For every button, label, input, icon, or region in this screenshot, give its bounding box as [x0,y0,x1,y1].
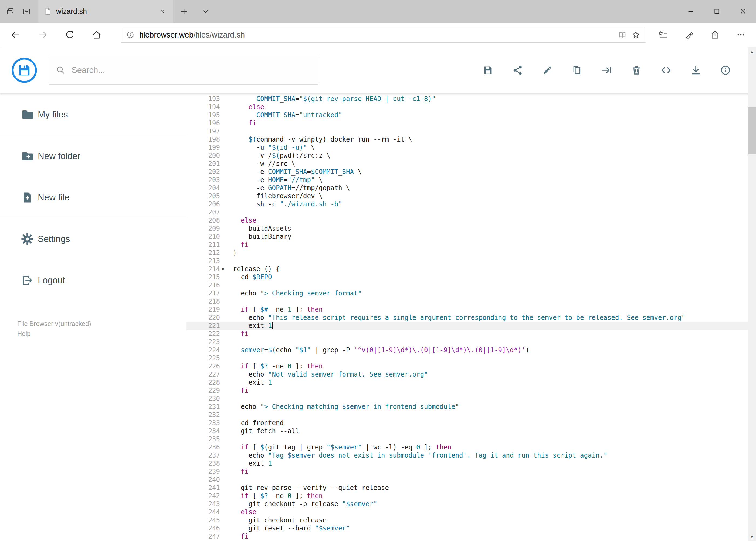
share-button[interactable] [512,65,523,76]
code-line-208[interactable]: 208 else [186,216,756,225]
line-number[interactable]: 237 [186,451,220,459]
add-favorite-button[interactable] [631,31,640,39]
line-number[interactable]: 193 [186,95,220,103]
close-button[interactable] [730,0,756,23]
code-line-235[interactable]: 235 [186,435,756,443]
refresh-button[interactable] [56,23,83,47]
code-line-219[interactable]: 219 if [ $# -ne 1 ]; then [186,305,756,313]
line-number[interactable]: 242 [186,492,220,500]
help-link[interactable]: Help [17,329,31,339]
code-line-221[interactable]: 221 exit 1 [186,322,756,330]
sidebar-item-new-file[interactable]: New file [0,177,186,218]
copy-button[interactable] [571,65,583,76]
home-button[interactable] [83,23,110,47]
line-number[interactable]: 198 [186,135,220,144]
scroll-down-arrow-icon[interactable]: ▼ [748,532,756,541]
code-line-194[interactable]: 194 else [186,103,756,111]
code-line-236[interactable]: 236 if [ $(git tag | grep "$semver" | wc… [186,443,756,451]
code-line-209[interactable]: 209 buildAssets [186,225,756,233]
code-line-211[interactable]: 211 fi [186,241,756,249]
code-line-203[interactable]: 203 -e HOME="//tmp" \ [186,176,756,184]
line-number[interactable]: 243 [186,500,220,508]
delete-button[interactable] [631,65,642,76]
code-line-201[interactable]: 201 -w //src \ [186,160,756,168]
line-number[interactable]: 231 [186,403,220,411]
line-number[interactable]: 228 [186,378,220,386]
sidebar-item-logout[interactable]: Logout [0,260,186,301]
hub-button[interactable] [650,23,676,47]
code-line-213[interactable]: 213 [186,257,756,265]
search-input[interactable] [72,65,311,75]
line-number[interactable]: 223 [186,338,220,346]
code-line-230[interactable]: 230 [186,395,756,403]
save-button[interactable] [482,65,494,76]
download-button[interactable] [690,65,701,76]
code-line-206[interactable]: 206 sh -c "./wizard.sh -b" [186,200,756,208]
code-line-222[interactable]: 222 fi [186,330,756,338]
forward-button[interactable] [29,23,56,47]
line-number[interactable]: 209 [186,225,220,233]
line-number[interactable]: 221 [186,322,220,330]
line-number[interactable]: 232 [186,411,220,419]
code-line-238[interactable]: 238 exit 1 [186,459,756,467]
line-number[interactable]: 218 [186,297,220,305]
line-number[interactable]: 239 [186,467,220,476]
url-text[interactable]: filebrowser.web/files/wizard.sh [139,31,245,39]
sidebar-item-my-files[interactable]: My files [0,94,186,135]
code-line-202[interactable]: 202 -e COMMIT_SHA=$COMMIT_SHA \ [186,168,756,176]
line-number[interactable]: 247 [186,532,220,540]
line-number[interactable]: 220 [186,313,220,322]
code-line-193[interactable]: 193 COMMIT_SHA="$(git rev-parse HEAD | c… [186,95,756,103]
line-number[interactable]: 207 [186,208,220,216]
share-page-button[interactable] [702,23,728,47]
page-scrollbar[interactable]: ▲ ▼ [748,47,756,541]
line-number[interactable]: 219 [186,305,220,313]
web-note-button[interactable] [676,23,702,47]
line-number[interactable]: 224 [186,346,220,354]
code-line-225[interactable]: 225 [186,354,756,362]
line-number[interactable]: 217 [186,289,220,297]
code-line-229[interactable]: 229 fi [186,386,756,395]
code-line-242[interactable]: 242 if [ $? -ne 0 ]; then [186,492,756,500]
more-button[interactable] [728,23,754,47]
line-number[interactable]: 236 [186,443,220,451]
line-number[interactable]: 201 [186,160,220,168]
fold-toggle-icon[interactable]: ▾ [222,265,224,273]
line-number[interactable]: 214 [186,265,220,273]
code-line-207[interactable]: 207 [186,208,756,216]
code-line-237[interactable]: 237 echo "Tag $semver does not exist in … [186,451,756,459]
line-number[interactable]: 202 [186,168,220,176]
tab-close-button[interactable] [157,6,167,17]
code-line-234[interactable]: 234 git fetch --all [186,427,756,435]
code-line-233[interactable]: 233 cd frontend [186,419,756,427]
search-box[interactable] [49,56,319,85]
line-number[interactable]: 245 [186,516,220,524]
line-number[interactable]: 204 [186,184,220,192]
line-number[interactable]: 210 [186,233,220,241]
code-line-244[interactable]: 244 else [186,508,756,516]
line-number[interactable]: 235 [186,435,220,443]
code-line-197[interactable]: 197 [186,127,756,135]
set-tabs-aside-button[interactable] [2,0,18,23]
line-number[interactable]: 200 [186,152,220,160]
line-number[interactable]: 212 [186,249,220,257]
line-number[interactable]: 227 [186,370,220,378]
tab-list-chevron-button[interactable] [195,0,216,23]
code-line-212[interactable]: 212} [186,249,756,257]
code-line-240[interactable]: 240 [186,476,756,484]
line-number[interactable]: 244 [186,508,220,516]
line-number[interactable]: 195 [186,111,220,119]
code-line-246[interactable]: 246 git reset --hard "$semver" [186,524,756,532]
code-line-210[interactable]: 210 buildBinary [186,233,756,241]
code-line-243[interactable]: 243 git checkout -b release "$semver" [186,500,756,508]
back-button[interactable] [2,23,29,47]
new-tab-button[interactable] [173,0,195,23]
line-number[interactable]: 213 [186,257,220,265]
raw-view-button[interactable] [660,65,672,76]
code-line-245[interactable]: 245 git checkout release [186,516,756,524]
scrollbar-thumb[interactable] [748,107,756,155]
line-number[interactable]: 203 [186,176,220,184]
address-bar[interactable]: filebrowser.web/files/wizard.sh [121,27,645,43]
line-number[interactable]: 225 [186,354,220,362]
maximize-button[interactable] [704,0,730,23]
